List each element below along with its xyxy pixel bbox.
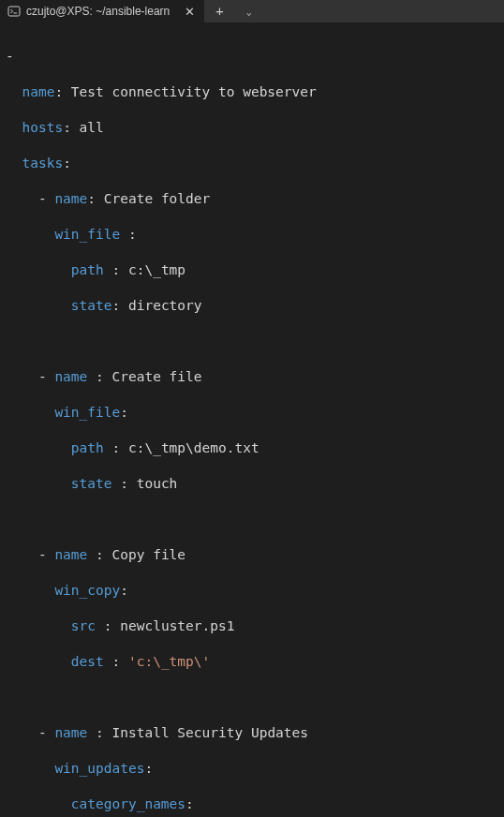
tab-dropdown-button[interactable]: ⌄ [246,3,252,21]
terminal-icon [7,5,21,18]
titlebar: czujto@XPS: ~/ansible-learn ✕ + ⌄ [0,0,504,22]
tab-title: czujto@XPS: ~/ansible-learn [26,3,170,21]
editor-content[interactable]: - name: Test connectivity to webserver h… [0,22,504,817]
tab-actions: + ⌄ [204,0,504,22]
close-icon[interactable]: ✕ [185,3,195,21]
svg-rect-0 [8,7,20,16]
new-tab-button[interactable]: + [215,3,223,21]
terminal-tab[interactable]: czujto@XPS: ~/ansible-learn ✕ [0,0,204,22]
